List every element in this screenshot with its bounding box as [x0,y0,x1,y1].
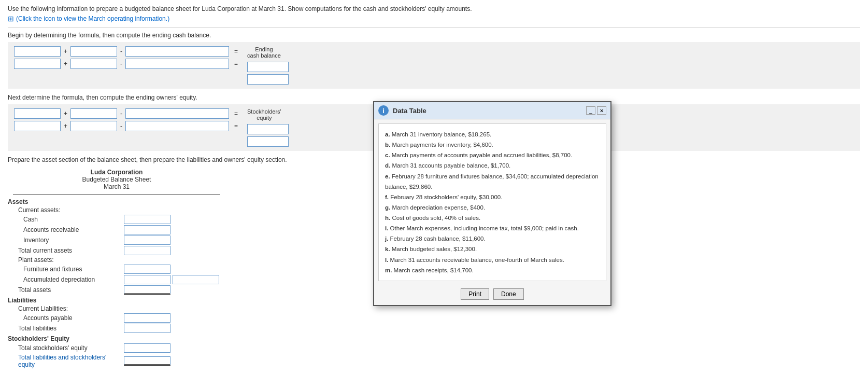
total-current-assets-input[interactable] [124,246,170,255]
cash-row2-field3[interactable] [125,59,229,69]
bs-title-block: Luda Corporation Budgeted Balance Sheet … [13,169,220,195]
eq-row1-field1[interactable] [14,108,61,119]
total-assets-label: Total assets [8,286,122,294]
modal-items-list: a. March 31 inventory balance, $18,265.b… [385,129,600,275]
total-current-assets-label: Total current assets [8,247,122,254]
ar-row: Accounts receivable [8,225,225,234]
print-button[interactable]: Print [461,288,489,300]
cash-result-2[interactable] [247,74,289,85]
current-liabilities-header-row: Current Liabilities: [8,305,225,312]
ap-input[interactable] [124,313,170,323]
total-liab-equity-row: Total liabilities and stockholders' equi… [8,354,225,368]
stockholders-label-line1: Stockholders' [247,108,281,115]
cash-row: Cash [8,215,225,224]
assets-header-row: Assets [8,198,225,205]
total-assets-input[interactable] [124,285,170,295]
modal-item: k. March budgeted sales, $12,300. [385,244,600,254]
total-liabilities-row: Total liabilities [8,324,225,333]
cash-row1-field2[interactable] [70,46,117,57]
modal-item: l. March 31 accounts receivable balance,… [385,255,600,265]
ap-label: Accounts payable [8,314,122,322]
equity-result-2[interactable] [247,136,289,147]
total-liab-equity-input[interactable] [124,356,170,366]
current-assets-header-row: Current assets: [8,206,225,214]
cash-row-1: + - = [14,46,241,57]
cash-row1-field1[interactable] [14,46,61,57]
modal-item: f. February 28 stockholders' equity, $30… [385,192,600,202]
click-info-text: (Click the icon to view the March operat… [16,15,169,22]
bs-date: March 31 [13,183,220,190]
cash-row2-field1[interactable] [14,59,61,69]
ar-input[interactable] [124,225,170,234]
total-liab-equity-label: Total liabilities and stockholders' equi… [8,354,122,368]
modal-close-button[interactable]: ✕ [597,106,606,115]
accum-dep-input2[interactable] [173,275,219,284]
total-liabilities-label: Total liabilities [8,325,122,332]
ending-label-line2: cash balance [247,52,281,59]
liabilities-header-row: Liabilities [8,297,225,304]
accum-dep-input1[interactable] [124,275,170,284]
modal-footer: Print Done [374,285,610,305]
plant-assets-label: Plant assets: [8,256,111,264]
cash-label: Cash [8,216,122,223]
cash-row2-field2[interactable] [70,59,117,69]
equity-row-2: + - = [14,121,241,131]
modal-minimize-button[interactable]: _ [586,106,595,115]
click-info-row[interactable]: ⊞ (Click the icon to view the March oper… [8,15,860,23]
eq-row1-field2[interactable] [70,108,117,119]
total-liabilities-input[interactable] [124,324,170,333]
inventory-label: Inventory [8,237,122,244]
current-liabilities-label: Current Liabilities: [8,305,111,312]
cash-formula-rows: + - = + - = [14,46,241,69]
modal-item: j. February 28 cash balance, $11,600. [385,233,600,244]
modal-content-wrapper: a. March 31 inventory balance, $18,265.b… [374,119,610,285]
modal-item: h. Cost of goods sold, 40% of sales. [385,213,600,223]
bs-company: Luda Corporation [13,169,220,176]
inventory-row: Inventory [8,235,225,245]
modal-item: e. February 28 furniture and fixtures ba… [385,171,600,192]
cash-input[interactable] [124,215,170,224]
instruction-text: Use the following information to prepare… [8,5,860,12]
plant-assets-header-row: Plant assets: [8,256,225,264]
modal-header-left: i Data Table [378,105,426,116]
cash-section-label: Begin by determining the formula, then c… [8,32,860,39]
cash-result-1[interactable] [247,62,289,72]
furniture-row: Furniture and fixtures [8,265,225,274]
data-table-modal: i Data Table _ ✕ a. March 31 inventory b… [373,101,611,306]
total-assets-row: Total assets [8,285,225,295]
ending-label-line1: Ending [255,46,273,52]
modal-item: g. March depreciation expense, $400. [385,202,600,213]
modal-content: a. March 31 inventory balance, $18,265.b… [378,123,606,281]
done-button[interactable]: Done [493,288,524,300]
eq-row2-field1[interactable] [14,121,61,131]
accum-dep-label: Accumulated depreciation [8,276,122,283]
grid-icon: ⊞ [8,15,14,23]
eq-row1-field3[interactable] [125,108,229,119]
modal-item: a. March 31 inventory balance, $18,265. [385,129,600,140]
total-equity-row: Total stockholders' equity [8,343,225,353]
liabilities-header: Liabilities [8,297,111,304]
modal-item: m. March cash receipts, $14,700. [385,265,600,275]
info-icon: i [378,105,389,116]
assets-header: Assets [8,198,111,205]
equity-section-label: Next determine the formula, then compute… [8,94,860,101]
equity-result-1[interactable] [247,124,289,134]
inventory-input[interactable] [124,235,170,245]
modal-item: d. March 31 accounts payable balance, $1… [385,160,600,171]
ar-label: Accounts receivable [8,226,122,233]
eq-row2-field2[interactable] [70,121,117,131]
equity-header-row: Stockholders' Equity [8,335,225,342]
stockholders-label-line2: equity [257,115,272,121]
modal-title: Data Table [393,107,426,115]
top-divider [8,27,860,27]
furniture-label: Furniture and fixtures [8,266,122,273]
cash-row-2: + - = [14,59,241,69]
total-equity-input[interactable] [124,343,170,353]
modal-header: i Data Table _ ✕ [374,102,610,119]
top-instruction: Use the following information to prepare… [8,5,860,23]
equity-row-1: + - = [14,108,241,119]
furniture-input[interactable] [124,265,170,274]
eq-row2-field3[interactable] [125,121,229,131]
equity-formula-rows: + - = + - = [14,108,241,131]
cash-row1-field3[interactable] [125,46,229,57]
